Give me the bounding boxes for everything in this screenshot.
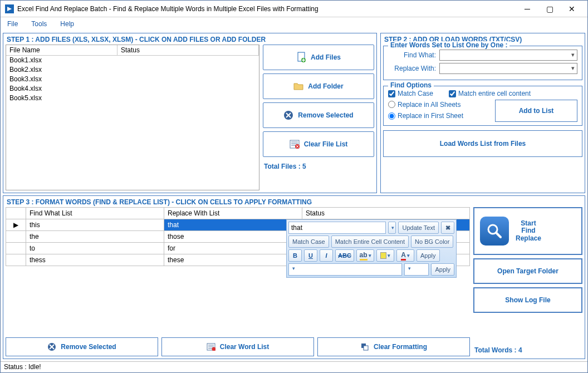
apply-font-button[interactable]: Apply — [431, 263, 454, 276]
bold-button[interactable]: B — [288, 249, 302, 262]
open-target-folder-button[interactable]: Open Target Folder — [473, 258, 582, 284]
clear-format-icon — [360, 342, 369, 351]
file-row[interactable]: Book5.xlsx — [6, 94, 259, 103]
find-options-legend: Find Options — [388, 81, 434, 89]
app-icon — [5, 4, 14, 13]
cell-edit-input[interactable] — [288, 222, 386, 234]
italic-button[interactable]: I — [320, 249, 333, 262]
font-family-combo[interactable] — [288, 263, 402, 276]
col-filename[interactable]: File Name — [6, 45, 117, 56]
title-bar: Excel Find And Replace Batch - Find & Re… — [1, 1, 587, 17]
file-list[interactable]: File Name Status Book1.xlsx Book2.xlsx B… — [6, 45, 259, 190]
load-words-button[interactable]: Load Words List from Files — [383, 130, 582, 157]
start-find-replace-button[interactable]: Start Find Replace — [473, 207, 582, 255]
folder-icon — [293, 82, 303, 91]
replace-with-label: Replace With: — [388, 65, 436, 72]
replace-with-combo[interactable] — [439, 63, 577, 74]
clear-word-list-button[interactable]: Clear Word List — [161, 337, 314, 356]
svg-line-11 — [496, 233, 501, 237]
total-words-label: Total Words : 4 — [473, 344, 582, 356]
update-text-button[interactable]: Update Text — [398, 222, 439, 234]
add-to-list-button[interactable]: Add to List — [495, 100, 577, 122]
show-log-file-button[interactable]: Show Log File — [473, 287, 582, 313]
match-entire-check[interactable]: Match entire cell content — [449, 90, 531, 97]
remove-word-button[interactable]: Remove Selected — [6, 337, 158, 356]
clear-list-icon — [207, 343, 215, 351]
apply-format-button[interactable]: Apply — [416, 249, 440, 262]
replace-first-radio[interactable]: Replace in First Sheet — [388, 112, 463, 120]
no-bg-toggle[interactable]: No BG Color — [411, 235, 453, 248]
underline-button[interactable]: U — [304, 249, 317, 262]
close-button[interactable]: ✕ — [561, 1, 583, 17]
maximize-button[interactable]: ▢ — [538, 1, 561, 17]
add-folder-button[interactable]: Add Folder — [263, 73, 374, 99]
match-case-toggle[interactable]: Match Case — [288, 235, 329, 248]
col-replace[interactable]: Replace With List — [164, 208, 302, 219]
step2-panel: STEP 2 : ADD OR LOAD WORDS (TXT/CSV) Ent… — [380, 33, 585, 193]
match-case-check[interactable]: Match Case — [388, 90, 433, 97]
svg-rect-9 — [364, 346, 368, 350]
cell-edit-dropdown[interactable] — [388, 222, 396, 234]
menu-tools[interactable]: Tools — [31, 20, 47, 28]
find-what-label: Find What: — [388, 51, 436, 59]
remove-icon — [283, 110, 293, 120]
step3-title: STEP 3 : FORMAT WORDS (FIND & REPLACE LI… — [6, 197, 582, 207]
menu-file[interactable]: File — [7, 20, 18, 28]
font-size-combo[interactable] — [404, 263, 429, 276]
file-row[interactable]: Book4.xlsx — [6, 84, 259, 94]
step3-panel: STEP 3 : FORMAT WORDS (FIND & REPLACE LI… — [3, 195, 585, 359]
match-entire-toggle[interactable]: Match Entire Cell Content — [331, 235, 409, 248]
file-row[interactable]: Book3.xlsx — [6, 75, 259, 84]
strike-button[interactable]: ABC — [335, 249, 354, 262]
clear-file-list-button[interactable]: Clear File List — [263, 131, 374, 157]
status-bar: Status : Idle! — [1, 361, 587, 372]
remove-icon — [47, 342, 56, 351]
menu-bar: File Tools Help — [1, 17, 587, 31]
font-color-button[interactable]: A — [396, 249, 414, 262]
col-find[interactable]: Find What List — [26, 208, 164, 219]
window-title: Excel Find And Replace Batch - Find & Re… — [17, 5, 516, 13]
close-toolbar-button[interactable]: ✖ — [441, 222, 454, 234]
format-toolbar: Update Text ✖ Match Case Match Entire Ce… — [286, 219, 457, 278]
minimize-button[interactable]: ─ — [516, 1, 538, 17]
replace-all-radio[interactable]: Replace in All Sheets — [388, 101, 460, 109]
col-status[interactable]: Status — [117, 45, 259, 56]
file-row[interactable]: Book2.xlsx — [6, 65, 259, 75]
remove-selected-button[interactable]: Remove Selected — [263, 102, 374, 128]
clear-list-icon — [290, 140, 300, 149]
find-what-combo[interactable] — [439, 50, 577, 61]
step1-title: STEP 1 : ADD FILES (XLS, XLSX, XLSM) - C… — [6, 35, 374, 45]
menu-help[interactable]: Help — [60, 20, 74, 28]
col-status[interactable]: Status — [302, 208, 470, 219]
add-files-button[interactable]: Add Files — [263, 45, 374, 70]
row-header — [6, 208, 26, 219]
total-files-label: Total Files : 5 — [263, 160, 374, 173]
row-indicator: ▶ — [6, 219, 26, 231]
search-icon — [480, 217, 509, 246]
fill-color-button[interactable] — [376, 249, 394, 262]
add-file-icon — [296, 52, 306, 63]
clear-formatting-button[interactable]: Clear Formatting — [317, 337, 470, 356]
enter-words-legend: Enter Words Set to List One by One : — [388, 41, 509, 49]
highlight-color-button[interactable]: ab — [356, 249, 374, 262]
file-row[interactable]: Book1.xlsx — [6, 56, 259, 65]
step1-panel: STEP 1 : ADD FILES (XLS, XLSX, XLSM) - C… — [3, 33, 377, 193]
